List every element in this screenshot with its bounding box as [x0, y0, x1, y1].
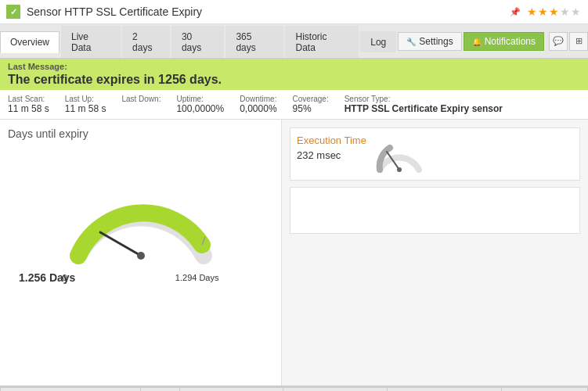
- stat-last-scan: Last Scan: 11 m 58 s: [8, 95, 49, 114]
- stat-label-uptime: Uptime:: [176, 95, 224, 103]
- tab-overview[interactable]: Overview: [0, 31, 60, 53]
- stat-last-down: Last Down:: [121, 95, 161, 103]
- gauge-svg: [63, 146, 219, 271]
- stat-label-sensor-type: Sensor Type:: [345, 95, 503, 103]
- stat-downtime: Downtime: 0,0000%: [240, 95, 276, 114]
- stats-row: Last Scan: 11 m 58 s Last Up: 11 m 58 s …: [0, 90, 588, 120]
- col-header-minimum[interactable]: Minimum: [283, 388, 388, 392]
- channel-table: Channel ▼ ID Last Value Minimum Maximum …: [0, 387, 588, 391]
- svg-point-4: [397, 167, 402, 172]
- stat-label-last-scan: Last Scan:: [8, 95, 49, 103]
- stat-value-uptime: 100,0000%: [176, 103, 224, 114]
- execution-time-box: Execution Time 232 msec ⚙ ⚙: [290, 127, 580, 181]
- col-header-maximum[interactable]: Maximum: [387, 388, 501, 392]
- stat-value-downtime: 0,0000%: [240, 103, 276, 114]
- tab-log[interactable]: Log: [360, 31, 396, 52]
- gauge-panel-title: Days until expiry: [8, 127, 273, 140]
- stat-value-sensor-type: HTTP SSL Certificate Expiry sensor: [345, 103, 503, 114]
- stat-value-last-up: 11 m 58 s: [65, 103, 106, 114]
- alert-label: Last Message:: [8, 62, 580, 71]
- exec-value: 232 msec: [297, 149, 366, 161]
- alert-banner: Last Message: The certificate expires in…: [0, 59, 588, 90]
- alert-message: The certificate expires in 1256 days.: [8, 73, 580, 87]
- gauge-label-max: 1.294 Days: [175, 273, 219, 282]
- gauge-labels: 0 1.294 Days: [63, 273, 219, 282]
- stat-uptime: Uptime: 100,0000%: [176, 95, 224, 114]
- stat-label-last-down: Last Down:: [121, 95, 161, 103]
- svg-point-1: [137, 252, 145, 260]
- wrench-icon: [406, 36, 416, 47]
- col-header-last-value[interactable]: Last Value: [179, 388, 283, 392]
- tab-2days[interactable]: 2 days: [122, 26, 170, 58]
- main-content: Days until expiry 0 1.294 Days: [0, 120, 588, 386]
- sensor-icon: [6, 5, 20, 19]
- stat-sensor-type: Sensor Type: HTTP SSL Certificate Expiry…: [345, 95, 503, 114]
- stat-value-coverage: 95%: [293, 103, 329, 114]
- stat-label-last-up: Last Up:: [65, 95, 106, 103]
- exec-text: Execution Time 232 msec: [297, 135, 366, 161]
- stat-value-last-scan: 11 m 58 s: [8, 103, 49, 114]
- settings-button[interactable]: Settings: [398, 32, 461, 51]
- data-table-section: Channel ▼ ID Last Value Minimum Maximum …: [0, 386, 588, 391]
- svg-line-0: [100, 232, 141, 256]
- page-title: Sensor HTTP SSL Certificate Expiry: [27, 5, 500, 18]
- title-bar: Sensor HTTP SSL Certificate Expiry 📌 ★★★…: [0, 0, 588, 24]
- right-panel: Execution Time 232 msec ⚙ ⚙: [282, 120, 588, 386]
- tabs-bar: Overview Live Data 2 days 30 days 365 da…: [0, 24, 588, 59]
- tab-live-data[interactable]: Live Data: [61, 26, 121, 58]
- tab-30days[interactable]: 30 days: [171, 26, 224, 58]
- col-header-settings: Settings: [502, 388, 588, 392]
- bell-icon: [472, 36, 482, 47]
- stat-label-coverage: Coverage:: [293, 95, 329, 103]
- tab-historic-data[interactable]: Historic Data: [285, 26, 359, 58]
- pin-icon[interactable]: 📌: [510, 7, 521, 17]
- left-panel: Days until expiry 0 1.294 Days: [0, 120, 282, 386]
- col-header-channel[interactable]: Channel ▼: [1, 388, 141, 392]
- stat-coverage: Coverage: 95%: [293, 95, 329, 114]
- gauge-current-value: 1.256 Days: [19, 271, 75, 284]
- extra-icon-buttons: 💬 ⊞: [549, 32, 588, 51]
- tab-365days[interactable]: 365 days: [225, 26, 283, 58]
- empty-panel-box: [290, 187, 580, 234]
- exec-title: Execution Time: [297, 135, 366, 146]
- col-header-id[interactable]: ID: [141, 388, 179, 392]
- stat-last-up: Last Up: 11 m 58 s: [65, 95, 106, 114]
- stat-label-downtime: Downtime:: [240, 95, 276, 103]
- mini-gauge: ⚙ ⚙: [376, 135, 423, 174]
- notifications-button[interactable]: Notifications: [464, 32, 544, 51]
- gauge-container: 0 1.294 Days: [8, 146, 273, 282]
- star-rating[interactable]: ★★★★★: [527, 5, 582, 18]
- grid-icon-button[interactable]: ⊞: [569, 32, 588, 51]
- chat-icon-button[interactable]: 💬: [549, 32, 568, 51]
